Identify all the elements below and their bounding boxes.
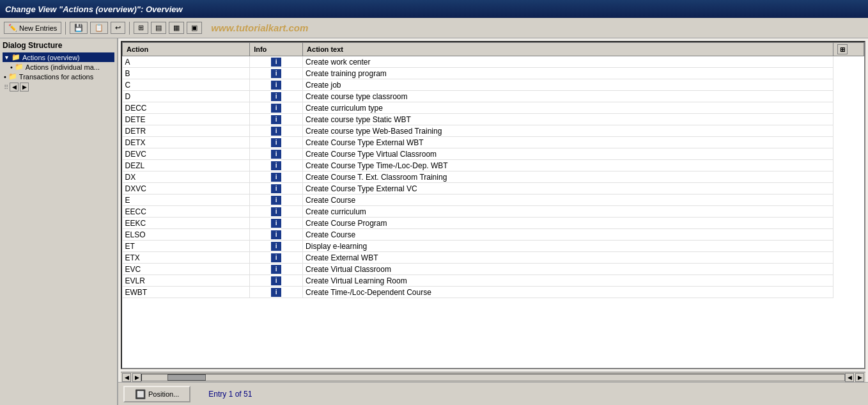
- table-row[interactable]: EECCiCreate curriculum: [123, 206, 864, 218]
- position-button[interactable]: 🔲 Position...: [123, 386, 190, 402]
- cell-action: B: [123, 68, 250, 79]
- cell-info[interactable]: i: [250, 125, 303, 137]
- new-entries-button[interactable]: ✏️ New Entries: [4, 22, 61, 34]
- info-button[interactable]: i: [271, 219, 281, 228]
- undo-icon: ↩: [115, 24, 121, 32]
- info-button[interactable]: i: [271, 253, 281, 262]
- table-row[interactable]: ETXiCreate External WBT: [123, 252, 864, 264]
- table-row[interactable]: ELSOiCreate Course: [123, 229, 864, 241]
- table-row[interactable]: DECCiCreate curriculum type: [123, 102, 864, 114]
- cell-info[interactable]: i: [250, 114, 303, 125]
- cell-info[interactable]: i: [250, 148, 303, 160]
- col3-button[interactable]: ▣: [187, 22, 202, 34]
- expand-button[interactable]: ⊞: [134, 22, 148, 34]
- info-button[interactable]: i: [271, 242, 281, 251]
- info-button[interactable]: i: [271, 265, 281, 274]
- col1-button[interactable]: ▤: [151, 22, 166, 34]
- h-scrollbar-track[interactable]: [141, 374, 845, 381]
- cell-info[interactable]: i: [250, 160, 303, 171]
- table-row[interactable]: AiCreate work center: [123, 56, 864, 68]
- cell-info[interactable]: i: [250, 264, 303, 275]
- cell-info[interactable]: i: [250, 241, 303, 252]
- table-row[interactable]: DETEiCreate course type Static WBT: [123, 114, 864, 125]
- main-layout: Dialog Structure ▼ 📁 Actions (overview) …: [0, 38, 868, 405]
- sidebar-label-actions-individual: Actions (individual ma...: [26, 63, 100, 71]
- h-scroll-right-2[interactable]: ▶: [855, 373, 864, 382]
- h-scroll-nav: ◀ ▶: [122, 373, 141, 382]
- info-button[interactable]: i: [271, 104, 281, 113]
- toolbar-separator-1: [65, 22, 66, 35]
- cell-info[interactable]: i: [250, 287, 303, 298]
- sidebar-item-actions-individual[interactable]: • 📁 Actions (individual ma...: [3, 62, 114, 72]
- sidebar-item-actions-overview[interactable]: ▼ 📁 Actions (overview): [3, 52, 114, 62]
- sidebar-scroll-left[interactable]: ◀: [10, 83, 19, 91]
- col-select-btn[interactable]: ⊞: [833, 43, 864, 56]
- cell-action: A: [123, 56, 250, 68]
- copy-button[interactable]: 📋: [90, 22, 108, 34]
- info-button[interactable]: i: [271, 184, 281, 193]
- table-row[interactable]: DEVCiCreate Course Type Virtual Classroo…: [123, 148, 864, 160]
- table-row[interactable]: DXVCiCreate Course Type External VC: [123, 183, 864, 195]
- table-row[interactable]: EWBTiCreate Time-/Loc-Dependent Course: [123, 287, 864, 298]
- info-button[interactable]: i: [271, 207, 281, 216]
- cell-info[interactable]: i: [250, 183, 303, 195]
- arrow-down-icon: ▼: [4, 54, 10, 61]
- table-row[interactable]: EiCreate Course: [123, 195, 864, 206]
- undo-button[interactable]: ↩: [111, 22, 125, 34]
- info-button[interactable]: i: [271, 92, 281, 101]
- table-row[interactable]: DiCreate course type classroom: [123, 91, 864, 102]
- info-button[interactable]: i: [271, 150, 281, 159]
- horizontal-scrollbar[interactable]: ◀ ▶ ◀ ▶: [121, 372, 865, 382]
- cell-info[interactable]: i: [250, 275, 303, 287]
- info-button[interactable]: i: [271, 173, 281, 182]
- table-row[interactable]: DXiCreate Course T. Ext. Classroom Train…: [123, 171, 864, 183]
- cell-info[interactable]: i: [250, 218, 303, 229]
- cell-action-text: Create curriculum: [303, 206, 833, 218]
- info-button[interactable]: i: [271, 276, 281, 285]
- sidebar-scroll-right[interactable]: ▶: [20, 83, 29, 91]
- cell-info[interactable]: i: [250, 229, 303, 241]
- cell-action: EVLR: [123, 275, 250, 287]
- cell-info[interactable]: i: [250, 56, 303, 68]
- sidebar-item-transactions[interactable]: • 📁 Transactions for actions: [3, 72, 114, 81]
- h-scroll-left-2[interactable]: ◀: [845, 373, 854, 382]
- cell-action-text: Create Course Type Virtual Classroom: [303, 148, 833, 160]
- table-row[interactable]: ETiDisplay e-learning: [123, 241, 864, 252]
- table-body: AiCreate work centerBiCreate training pr…: [123, 56, 864, 298]
- cell-info[interactable]: i: [250, 79, 303, 91]
- content-area: Action Info Action text ⊞ AiCreate work …: [118, 38, 868, 405]
- table-row[interactable]: CiCreate job: [123, 79, 864, 91]
- col2-button[interactable]: ▦: [169, 22, 184, 34]
- info-button[interactable]: i: [271, 230, 281, 239]
- info-button[interactable]: i: [271, 127, 281, 136]
- cell-info[interactable]: i: [250, 206, 303, 218]
- table-row[interactable]: DETRiCreate course type Web-Based Traini…: [123, 125, 864, 137]
- cell-info[interactable]: i: [250, 171, 303, 183]
- cell-info[interactable]: i: [250, 102, 303, 114]
- info-button[interactable]: i: [271, 161, 281, 170]
- table-row[interactable]: DETXiCreate Course Type External WBT: [123, 137, 864, 148]
- save-button[interactable]: 💾: [70, 22, 88, 34]
- table-row[interactable]: EVLRiCreate Virtual Learning Room: [123, 275, 864, 287]
- table-row[interactable]: BiCreate training program: [123, 68, 864, 79]
- cell-info[interactable]: i: [250, 91, 303, 102]
- table-row[interactable]: EEKCiCreate Course Program: [123, 218, 864, 229]
- cell-action-text: Create Time-/Loc-Dependent Course: [303, 287, 833, 298]
- info-button[interactable]: i: [271, 138, 281, 147]
- h-scroll-left[interactable]: ◀: [122, 373, 131, 382]
- h-scroll-right[interactable]: ▶: [132, 373, 141, 382]
- cell-info[interactable]: i: [250, 195, 303, 206]
- info-button[interactable]: i: [271, 196, 281, 205]
- cell-info[interactable]: i: [250, 68, 303, 79]
- cell-info[interactable]: i: [250, 137, 303, 148]
- table-row[interactable]: DEZLiCreate Course Type Time-/Loc-Dep. W…: [123, 160, 864, 171]
- info-button[interactable]: i: [271, 69, 281, 78]
- table-container[interactable]: Action Info Action text ⊞ AiCreate work …: [121, 41, 865, 369]
- info-button[interactable]: i: [271, 288, 281, 297]
- h-scrollbar-thumb[interactable]: [167, 374, 206, 381]
- info-button[interactable]: i: [271, 115, 281, 124]
- cell-info[interactable]: i: [250, 252, 303, 264]
- info-button[interactable]: i: [271, 58, 281, 67]
- info-button[interactable]: i: [271, 81, 281, 90]
- table-row[interactable]: EVCiCreate Virtual Classroom: [123, 264, 864, 275]
